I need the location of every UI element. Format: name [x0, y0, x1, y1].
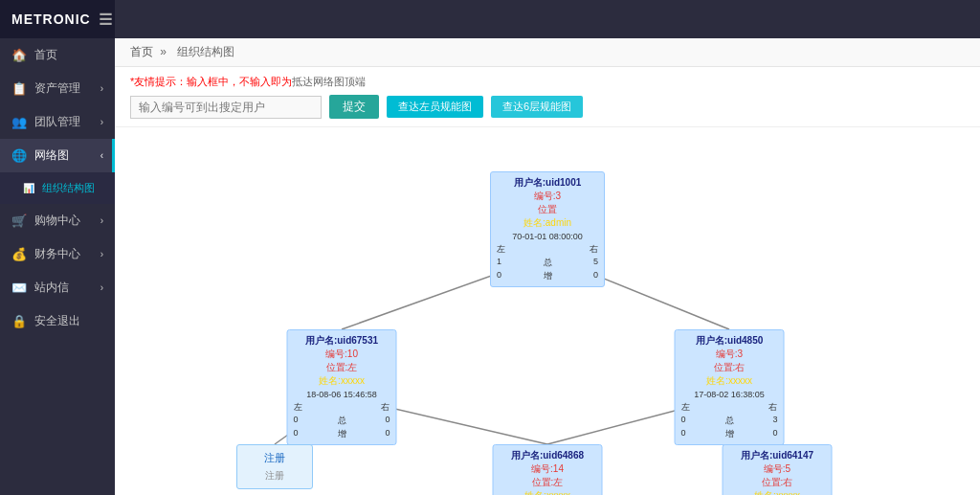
sidebar-item-label: 财务中心	[34, 246, 80, 262]
l3r-realname: 姓名:xxxxx	[729, 489, 826, 495]
chevron-right-icon: ›	[100, 282, 103, 293]
submit-button[interactable]: 提交	[329, 95, 379, 119]
sidebar-item-network[interactable]: 🌐 网络图 ‹	[0, 139, 115, 172]
chevron-right-icon: ›	[100, 83, 103, 94]
org-chart-icon: 📊	[23, 183, 34, 193]
l2r-username: 用户名:uid4850	[681, 334, 778, 348]
breadcrumb-separator: »	[160, 45, 167, 58]
l2l-datetime: 18-08-06 15:46:58	[294, 390, 390, 399]
l3r-side: 位置:右	[729, 476, 826, 489]
node-l2-right[interactable]: 用户名:uid4850 编号:3 位置:右 姓名:xxxxx 17-08-02 …	[675, 329, 785, 445]
root-realname: 姓名:admin	[497, 216, 598, 230]
btn-right-tree[interactable]: 查达6层规能图	[491, 96, 583, 118]
sidebar-item-inbox[interactable]: ✉️ 站内信 ›	[0, 271, 115, 304]
chevron-right-icon: ›	[100, 215, 103, 226]
l2l-level: 编号:10	[294, 348, 390, 361]
sidebar-item-finance[interactable]: 💰 财务中心 ›	[0, 237, 115, 271]
l2l-username: 用户名:uid67531	[294, 334, 390, 348]
sidebar-item-label: 网络图	[34, 147, 69, 164]
sidebar-item-org-chart[interactable]: 📊 组织结构图	[0, 172, 115, 204]
assets-icon: 📋	[11, 81, 27, 96]
l3m-side: 位置:左	[500, 476, 596, 489]
sidebar-item-logout[interactable]: 🔒 安全退出	[0, 304, 115, 338]
root-side: 位置	[497, 203, 598, 216]
l2r-datetime: 17-08-02 16:38:05	[681, 390, 778, 399]
sidebar: METRONIC ☰ 🏠 首页 📋 资产管理 › 👥 团队管理 › 🌐 网络图 …	[0, 0, 115, 495]
l2l-side: 位置:左	[294, 361, 390, 374]
sidebar-item-team[interactable]: 👥 团队管理 ›	[0, 105, 115, 139]
btn-left-tree[interactable]: 查达左员规能图	[387, 96, 483, 118]
content-area: 首页 » 组织结构图 *友情提示：输入框中，不输入即为抵达网络图顶端 提交 查达…	[115, 38, 980, 495]
toolbar: *友情提示：输入框中，不输入即为抵达网络图顶端 提交 查达左员规能图 查达6层规…	[115, 67, 980, 127]
l2l-realname: 姓名:xxxxx	[294, 374, 390, 388]
home-icon: 🏠	[11, 48, 27, 62]
breadcrumb-current: 组织结构图	[177, 45, 234, 58]
sidebar-nav: 🏠 首页 📋 资产管理 › 👥 团队管理 › 🌐 网络图 ‹ 📊 组织结构图 🛒…	[0, 38, 115, 495]
sidebar-item-label: 安全退出	[34, 313, 80, 329]
chevron-left-icon: ‹	[100, 150, 103, 161]
inbox-icon: ✉️	[11, 281, 27, 295]
app-name: METRONIC	[11, 11, 91, 27]
root-counts: 1总5	[497, 257, 598, 269]
root-increase: 0增0	[497, 270, 598, 282]
network-icon: 🌐	[11, 148, 27, 163]
hint-text: *友情提示：输入框中，不输入即为抵达网络图顶端	[130, 75, 965, 89]
root-username: 用户名:uid1001	[497, 176, 598, 190]
sidebar-item-label: 购物中心	[34, 213, 80, 229]
node-l3-mid[interactable]: 用户名:uid64868 编号:14 位置:左 姓名:xxxxx 17-08-0…	[493, 444, 603, 495]
node-l3-right[interactable]: 用户名:uid64147 编号:5 位置:右 姓名:xxxxx 18-06-09…	[723, 444, 833, 495]
chevron-right-icon: ›	[100, 117, 103, 127]
app-logo: METRONIC ☰	[0, 0, 115, 38]
topbar	[115, 0, 980, 38]
root-datetime: 70-01-01 08:00:00	[497, 232, 598, 241]
l3r-username: 用户名:uid64147	[729, 449, 826, 462]
empty-label1: 注册	[253, 451, 297, 465]
root-level: 编号:3	[497, 190, 598, 203]
l2r-realname: 姓名:xxxxx	[681, 374, 778, 388]
logout-icon: 🔒	[11, 314, 27, 328]
sidebar-item-shop[interactable]: 🛒 购物中心 ›	[0, 204, 115, 237]
finance-icon: 💰	[11, 247, 27, 261]
node-l2-left[interactable]: 用户名:uid67531 编号:10 位置:左 姓名:xxxxx 18-08-0…	[287, 329, 397, 445]
sidebar-item-label: 团队管理	[34, 114, 80, 130]
tree-area: 用户名:uid1001 编号:3 位置 姓名:admin 70-01-01 08…	[115, 127, 980, 495]
search-input[interactable]	[130, 96, 322, 119]
sidebar-item-label: 资产管理	[34, 80, 80, 97]
hint-highlight: 抵达网络图顶端	[292, 76, 366, 87]
hamburger-icon[interactable]: ☰	[99, 11, 113, 29]
sidebar-item-assets[interactable]: 📋 资产管理 ›	[0, 72, 115, 105]
toolbar-row: 提交 查达左员规能图 查达6层规能图	[130, 95, 965, 119]
breadcrumb: 首页 » 组织结构图	[115, 38, 980, 67]
team-icon: 👥	[11, 115, 27, 129]
l2r-side: 位置:右	[681, 361, 778, 374]
l3m-username: 用户名:uid64868	[500, 449, 596, 462]
l3r-level: 编号:5	[729, 462, 826, 476]
node-root[interactable]: 用户名:uid1001 编号:3 位置 姓名:admin 70-01-01 08…	[490, 171, 605, 287]
sidebar-sub-label: 组织结构图	[42, 181, 95, 195]
sidebar-item-label: 首页	[34, 47, 57, 63]
breadcrumb-home[interactable]: 首页	[130, 45, 153, 58]
l3-empty-register[interactable]: 注册 注册	[236, 444, 313, 489]
shop-icon: 🛒	[11, 214, 27, 228]
sidebar-item-label: 站内信	[34, 280, 69, 296]
tree-wrapper: 用户名:uid1001 编号:3 位置 姓名:admin 70-01-01 08…	[136, 143, 959, 495]
empty-label2: 注册	[253, 469, 297, 483]
node-l3-empty[interactable]: 注册 注册	[236, 444, 313, 489]
sidebar-sub-network: 📊 组织结构图	[0, 172, 115, 204]
chevron-right-icon: ›	[100, 249, 103, 259]
root-stats: 左 右	[497, 243, 598, 256]
l2r-level: 编号:3	[681, 348, 778, 361]
main-wrap: 首页 » 组织结构图 *友情提示：输入框中，不输入即为抵达网络图顶端 提交 查达…	[115, 0, 980, 495]
l3m-realname: 姓名:xxxxx	[500, 489, 596, 495]
l3m-level: 编号:14	[500, 462, 596, 476]
sidebar-item-home[interactable]: 🏠 首页	[0, 38, 115, 72]
